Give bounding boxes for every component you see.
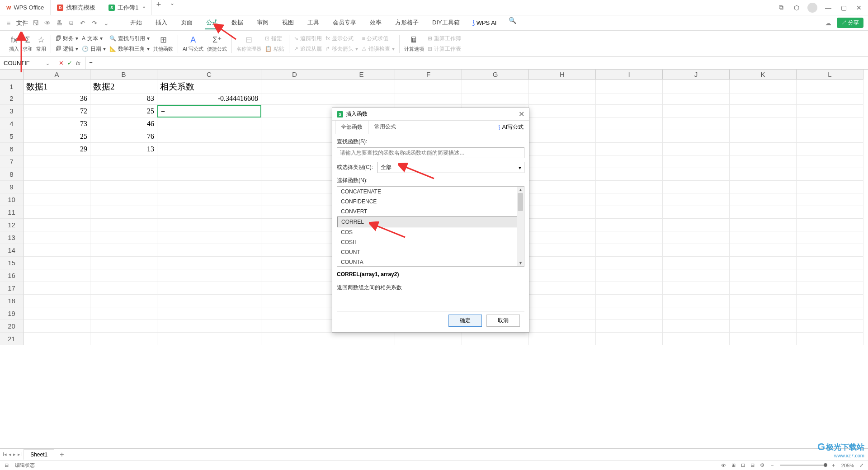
undo-icon[interactable]: ↶ [79, 19, 87, 27]
cell-J10[interactable] [663, 193, 730, 206]
cell-B2[interactable]: 83 [90, 92, 157, 105]
cell-C11[interactable] [157, 206, 261, 219]
scroll-thumb[interactable] [518, 193, 523, 211]
cell-D2[interactable] [261, 92, 328, 105]
cell-K11[interactable] [730, 206, 797, 219]
save-icon[interactable]: 🖫 [32, 19, 40, 27]
cell-I19[interactable] [596, 307, 663, 320]
row-header[interactable]: 16 [0, 269, 24, 282]
row-header[interactable]: 6 [0, 143, 24, 155]
cell-A9[interactable] [24, 181, 90, 193]
row-header[interactable]: 13 [0, 231, 24, 244]
col-header[interactable]: F [395, 70, 462, 80]
cell-J20[interactable] [663, 320, 730, 333]
cell-B20[interactable] [90, 320, 157, 333]
cell-L19[interactable] [797, 307, 863, 320]
cell-H14[interactable] [529, 244, 596, 257]
cell-I4[interactable] [596, 118, 663, 130]
cell-D21[interactable] [261, 333, 328, 345]
cell-C3[interactable]: = [157, 105, 261, 118]
cell-C10[interactable] [157, 193, 261, 206]
cell-B12[interactable] [90, 219, 157, 231]
cell-B17[interactable] [90, 282, 157, 295]
list-item[interactable]: COSH [337, 237, 524, 247]
tab-page[interactable]: 页面 [180, 17, 193, 29]
tab-list-button[interactable]: ⌄ [165, 0, 179, 15]
row-header[interactable]: 9 [0, 181, 24, 193]
cell-J14[interactable] [663, 244, 730, 257]
cell-H21[interactable] [529, 333, 596, 345]
app-tab-wps[interactable]: W WPS Office [0, 0, 51, 15]
scroll-up-icon[interactable]: ▲ [517, 187, 524, 193]
cell-B11[interactable] [90, 206, 157, 219]
other-func-button[interactable]: ⊞其他函数 [153, 35, 173, 52]
tab-start[interactable]: 开始 [129, 17, 143, 29]
cell-K14[interactable] [730, 244, 797, 257]
list-item[interactable]: COUNTA [337, 257, 524, 267]
cell-B18[interactable] [90, 295, 157, 307]
cell-I6[interactable] [596, 143, 663, 155]
cell-J15[interactable] [663, 257, 730, 269]
cell-I11[interactable] [596, 206, 663, 219]
col-header[interactable]: B [90, 70, 157, 80]
cell-A13[interactable] [24, 231, 90, 244]
cell-C17[interactable] [157, 282, 261, 295]
row-header[interactable]: 4 [0, 118, 24, 130]
tab-data[interactable]: 数据 [231, 17, 244, 29]
cell-K12[interactable] [730, 219, 797, 231]
copy-icon[interactable]: ⧉ [67, 19, 75, 27]
view-normal-icon[interactable]: ⊞ [731, 462, 736, 468]
cell-A21[interactable] [24, 333, 90, 345]
row-header[interactable]: 11 [0, 206, 24, 219]
cube-icon[interactable]: ⬡ [792, 4, 801, 11]
app-tab-template[interactable]: D 找稻壳模板 [51, 0, 102, 15]
cell-I17[interactable] [596, 282, 663, 295]
cell-D5[interactable] [261, 130, 328, 143]
cell-D10[interactable] [261, 193, 328, 206]
cell-E21[interactable] [328, 333, 395, 345]
cell-D8[interactable] [261, 168, 328, 181]
cell-H13[interactable] [529, 231, 596, 244]
cell-D9[interactable] [261, 181, 328, 193]
tab-formula[interactable]: 公式 [205, 17, 219, 29]
col-header[interactable]: G [462, 70, 529, 80]
tab-insert[interactable]: 插入 [155, 17, 168, 29]
row-header[interactable]: 10 [0, 193, 24, 206]
redo-icon[interactable]: ↷ [90, 19, 99, 27]
cell-H18[interactable] [529, 295, 596, 307]
calc-opt-button[interactable]: 🖩计算选项 [404, 35, 424, 52]
cell-L9[interactable] [797, 181, 863, 193]
cell-L10[interactable] [797, 193, 863, 206]
cell-K10[interactable] [730, 193, 797, 206]
expand-icon[interactable]: ⤢ [859, 462, 863, 468]
col-header[interactable]: C [157, 70, 261, 80]
cell-B10[interactable] [90, 193, 157, 206]
cell-I12[interactable] [596, 219, 663, 231]
cell-C15[interactable] [157, 257, 261, 269]
cell-H9[interactable] [529, 181, 596, 193]
window-copy-icon[interactable]: ⧉ [777, 4, 786, 11]
cell-L17[interactable] [797, 282, 863, 295]
cell-G21[interactable] [462, 333, 529, 345]
cell-A15[interactable] [24, 257, 90, 269]
cell-K17[interactable] [730, 282, 797, 295]
cell-F21[interactable] [395, 333, 462, 345]
cell-B21[interactable] [90, 333, 157, 345]
cell-A12[interactable] [24, 219, 90, 231]
cell-B6[interactable]: 13 [90, 143, 157, 155]
tab-all-functions[interactable]: 全部函数 [335, 120, 368, 134]
cell-I20[interactable] [596, 320, 663, 333]
cell-C8[interactable] [157, 168, 261, 181]
row-header[interactable]: 5 [0, 130, 24, 143]
cell-C16[interactable] [157, 269, 261, 282]
close-button[interactable]: ✕ [854, 4, 863, 11]
cell-K18[interactable] [730, 295, 797, 307]
cell-J16[interactable] [663, 269, 730, 282]
col-header[interactable]: L [797, 70, 863, 80]
cell-L16[interactable] [797, 269, 863, 282]
function-list[interactable]: CONCATENATE CONFIDENCE CONVERT CORREL CO… [337, 186, 524, 267]
sheet-prev-icon[interactable]: ◂ [9, 451, 11, 457]
cell-H12[interactable] [529, 219, 596, 231]
cell-H10[interactable] [529, 193, 596, 206]
minimize-button[interactable]: — [824, 4, 833, 11]
